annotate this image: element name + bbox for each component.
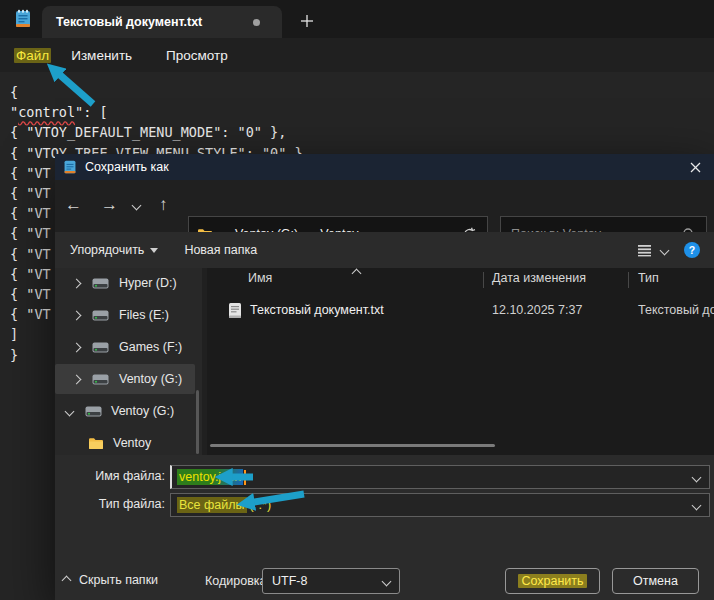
filetype-dropdown-icon[interactable] — [692, 500, 702, 510]
sidebar-item-label: Ventoy — [113, 436, 151, 450]
save-button[interactable]: Сохранить — [505, 568, 600, 594]
hide-folders-button[interactable]: Скрыть папки — [63, 573, 158, 587]
view-list-icon[interactable] — [637, 244, 652, 257]
column-header-type[interactable]: Тип — [638, 271, 659, 285]
recent-locations-icon[interactable] — [132, 201, 142, 211]
text-caret — [244, 470, 246, 485]
encoding-dropdown-icon[interactable] — [382, 576, 392, 586]
sidebar-item-label: Files (E:) — [119, 308, 169, 322]
close-icon — [690, 162, 701, 173]
expand-icon[interactable] — [72, 374, 82, 384]
menu-bar: Файл Изменить Просмотр — [0, 38, 714, 72]
drive-icon — [85, 406, 102, 417]
menu-edit[interactable]: Изменить — [71, 48, 132, 63]
expand-icon[interactable] — [72, 278, 82, 288]
drive-icon — [92, 374, 109, 385]
sidebar-item-ventoy-g-selected[interactable]: Ventoy (G:) — [55, 364, 195, 394]
dialog-bottom-panel: Имя файла: ventoy.json Тип файла: Все фа… — [55, 455, 714, 600]
filename-label: Имя файла: — [85, 469, 165, 483]
folder-tree-sidebar: Hyper (D:) Files (E:) Games (F:) Ventoy … — [55, 268, 202, 455]
expand-icon[interactable] — [72, 342, 82, 352]
collapse-icon[interactable] — [65, 406, 75, 416]
save-button-label-highlighted: Сохранить — [518, 574, 586, 588]
file-name: Текстовый документ.txt — [250, 303, 384, 317]
sidebar-item-games-f[interactable]: Games (F:) — [55, 333, 195, 361]
sidebar-item-ventoy-folder[interactable]: Ventoy — [55, 429, 195, 455]
sidebar-item-label: Hyper (D:) — [119, 276, 177, 290]
filename-dropdown-icon[interactable] — [692, 472, 702, 482]
tab-title: Текстовый документ.txt — [56, 15, 202, 29]
close-button[interactable] — [684, 157, 706, 177]
sort-ascending-icon — [352, 269, 362, 279]
document-tab[interactable]: Текстовый документ.txt — [42, 6, 282, 38]
spellcheck-word: control — [18, 104, 75, 120]
cancel-button[interactable]: Отмена — [612, 568, 699, 594]
file-date: 12.10.2025 7:37 — [492, 303, 582, 317]
view-dropdown-icon[interactable] — [660, 245, 670, 255]
unsaved-indicator-dot — [253, 19, 260, 26]
help-icon[interactable]: ? — [684, 242, 700, 258]
dialog-title-bar: Сохранить как — [55, 154, 714, 180]
sidebar-item-hyper-d[interactable]: Hyper (D:) — [55, 269, 195, 297]
drive-icon — [92, 342, 109, 353]
new-tab-button[interactable] — [298, 12, 316, 30]
sidebar-item-label: Games (F:) — [119, 340, 182, 354]
dialog-toolbar: Упорядочить Новая папка ? — [55, 232, 714, 268]
drive-icon — [92, 310, 109, 321]
chevron-up-icon — [62, 575, 72, 585]
save-as-dialog: Сохранить как ← → ↑ « Ventoy (G:) › — [55, 154, 714, 600]
encoding-label: Кодировка: — [205, 574, 270, 588]
filetype-value-highlighted: Все файлы — [177, 497, 247, 513]
back-icon[interactable]: ← — [65, 195, 82, 215]
file-menu-highlight: Файл — [14, 48, 51, 63]
horizontal-scrollbar[interactable] — [210, 444, 495, 447]
organize-button[interactable]: Упорядочить — [70, 243, 144, 257]
column-header-date[interactable]: Дата изменения — [492, 271, 586, 285]
sidebar-item-label: Ventoy (G:) — [119, 372, 182, 386]
notepad-app-icon — [14, 9, 32, 29]
filename-value-selected: ventoy.json — [177, 469, 243, 485]
filename-input[interactable]: ventoy.json — [170, 465, 710, 489]
folder-icon — [88, 437, 104, 450]
hide-folders-label: Скрыть папки — [79, 573, 158, 587]
drive-icon — [92, 278, 109, 289]
file-type: Текстовый док — [638, 303, 714, 317]
title-bar: Текстовый документ.txt — [0, 0, 714, 38]
line2-post: ": [ — [75, 104, 108, 120]
expand-icon[interactable] — [72, 310, 82, 320]
forward-icon[interactable]: → — [101, 195, 118, 215]
notepad-icon — [63, 159, 77, 175]
dialog-content: Hyper (D:) Files (E:) Games (F:) Ventoy … — [55, 268, 714, 455]
sidebar-item-files-e[interactable]: Files (E:) — [55, 301, 195, 329]
file-row[interactable]: Текстовый документ.txt 12.10.2025 7:37 Т… — [207, 298, 714, 324]
organize-dropdown-icon[interactable] — [150, 248, 158, 253]
cancel-button-label: Отмена — [633, 574, 678, 588]
column-divider[interactable] — [628, 272, 629, 288]
navigation-bar: ← → ↑ « Ventoy (G:) › Ventoy — [55, 180, 714, 232]
column-divider[interactable] — [483, 272, 484, 288]
sidebar-item-label: Ventoy (G:) — [111, 404, 174, 418]
help-glyph: ? — [689, 244, 695, 256]
encoding-select[interactable]: UTF-8 — [262, 568, 400, 594]
filetype-label: Тип файла: — [85, 497, 165, 511]
menu-file[interactable]: Файл — [14, 48, 51, 63]
editor-line: { "VTOY_DEFAULT_MENU_MODE": "0" }, — [10, 122, 714, 142]
encoding-value: UTF-8 — [272, 574, 307, 588]
text-file-icon — [228, 302, 242, 319]
new-folder-button[interactable]: Новая папка — [184, 243, 257, 257]
up-icon[interactable]: ↑ — [159, 195, 168, 215]
column-header-name[interactable]: Имя — [248, 271, 272, 285]
editor-line: { — [10, 82, 714, 102]
sidebar-scrollbar[interactable] — [196, 390, 199, 454]
filetype-select[interactable]: Все файлы (*.*) — [170, 493, 710, 517]
menu-view[interactable]: Просмотр — [166, 48, 228, 63]
line2-pre: " — [10, 104, 18, 120]
dialog-title: Сохранить как — [85, 160, 169, 174]
editor-line: "control": [ — [10, 102, 714, 122]
filetype-suffix: (*.*) — [250, 498, 272, 512]
sidebar-item-ventoy-g-expanded[interactable]: Ventoy (G:) — [55, 397, 195, 425]
file-list-pane: Имя Дата изменения Тип Текстовый докумен… — [207, 268, 714, 455]
notepad-window: Текстовый документ.txt Файл Изменить Про… — [0, 0, 714, 600]
